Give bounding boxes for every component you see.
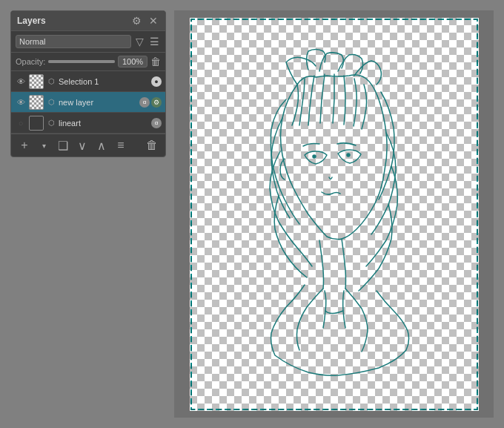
layer-badge-alpha-newlayer: α bbox=[139, 97, 150, 108]
layer-row-selection1[interactable]: 👁 ⬡ Selection 1 ● bbox=[11, 71, 165, 92]
move-layer-up-button[interactable]: ∧ bbox=[94, 138, 109, 153]
layer-badge-alpha-lineart: α bbox=[151, 118, 162, 128]
layer-type-icon-newlayer: ⬡ bbox=[46, 98, 56, 106]
panel-title-bar: Layers ⚙ ✕ bbox=[11, 11, 165, 31]
line-art bbox=[270, 49, 409, 375]
add-layer-button[interactable]: + bbox=[17, 138, 32, 153]
add-layer-dropdown-button[interactable]: ▾ bbox=[36, 138, 51, 153]
layer-thumb-selection1 bbox=[29, 74, 44, 89]
layer-eye-selection1[interactable]: 👁 bbox=[15, 76, 27, 88]
layer-eye-lineart[interactable]: ○ bbox=[15, 117, 27, 129]
svg-point-1 bbox=[347, 154, 350, 157]
mode-row: Normal Multiply Screen Overlay ▽ ☰ bbox=[11, 31, 165, 53]
opacity-slider[interactable] bbox=[48, 60, 115, 63]
opacity-slider-fill bbox=[48, 60, 115, 63]
canvas-drawing[interactable] bbox=[190, 18, 479, 411]
layer-name-lineart: lineart bbox=[59, 119, 149, 128]
duplicate-layer-button[interactable]: ❑ bbox=[56, 138, 70, 153]
layer-name-selection1: Selection 1 bbox=[59, 77, 149, 86]
layer-type-icon-selection1: ⬡ bbox=[46, 77, 56, 85]
layer-badges-newlayer: α ⚙ bbox=[139, 97, 162, 108]
layers-list: 👁 ⬡ Selection 1 ● 👁 ⬡ new layer α ⚙ ○ ⬡ … bbox=[11, 71, 165, 134]
canvas-area bbox=[174, 10, 494, 418]
panel-close-button[interactable]: ✕ bbox=[147, 14, 159, 27]
layer-badge-white-selection1: ● bbox=[151, 76, 162, 87]
layers-panel: Layers ⚙ ✕ Normal Multiply Screen Overla… bbox=[10, 10, 166, 157]
opacity-trash-button[interactable]: 🗑 bbox=[150, 56, 161, 68]
layer-eye-newlayer[interactable]: 👁 bbox=[15, 96, 27, 108]
layer-type-icon-lineart: ⬡ bbox=[46, 119, 56, 127]
delete-layer-button[interactable]: 🗑 bbox=[145, 138, 159, 153]
layer-badge-gear-newlayer: ⚙ bbox=[151, 97, 162, 108]
layer-badges-lineart: α bbox=[151, 118, 162, 128]
canvas-wrapper bbox=[190, 18, 479, 411]
layer-thumb-lineart bbox=[29, 116, 44, 131]
layer-row-lineart[interactable]: ○ ⬡ lineart α bbox=[11, 113, 165, 134]
opacity-value: 100% bbox=[118, 56, 147, 68]
layer-badges-selection1: ● bbox=[151, 76, 162, 87]
svg-point-0 bbox=[313, 155, 316, 158]
opacity-row: Opacity: 100% 🗑 bbox=[11, 53, 165, 71]
filter-button[interactable]: ▽ bbox=[134, 35, 145, 48]
panel-config-button[interactable]: ⚙ bbox=[130, 14, 143, 27]
layer-row-newlayer[interactable]: 👁 ⬡ new layer α ⚙ bbox=[11, 92, 165, 113]
layer-thumb-newlayer bbox=[29, 95, 44, 110]
panel-toolbar: + ▾ ❑ ∨ ∧ ≡ 🗑 bbox=[11, 134, 165, 157]
panel-title: Layers bbox=[17, 16, 46, 26]
blend-mode-select[interactable]: Normal Multiply Screen Overlay bbox=[16, 35, 131, 48]
panel-title-icons: ⚙ ✕ bbox=[130, 14, 159, 27]
move-layer-down-button[interactable]: ∨ bbox=[75, 138, 90, 153]
layer-name-newlayer: new layer bbox=[59, 98, 137, 107]
opacity-label: Opacity: bbox=[16, 57, 45, 66]
merge-layers-button[interactable]: ≡ bbox=[113, 138, 128, 153]
layers-menu-button[interactable]: ☰ bbox=[148, 35, 161, 48]
